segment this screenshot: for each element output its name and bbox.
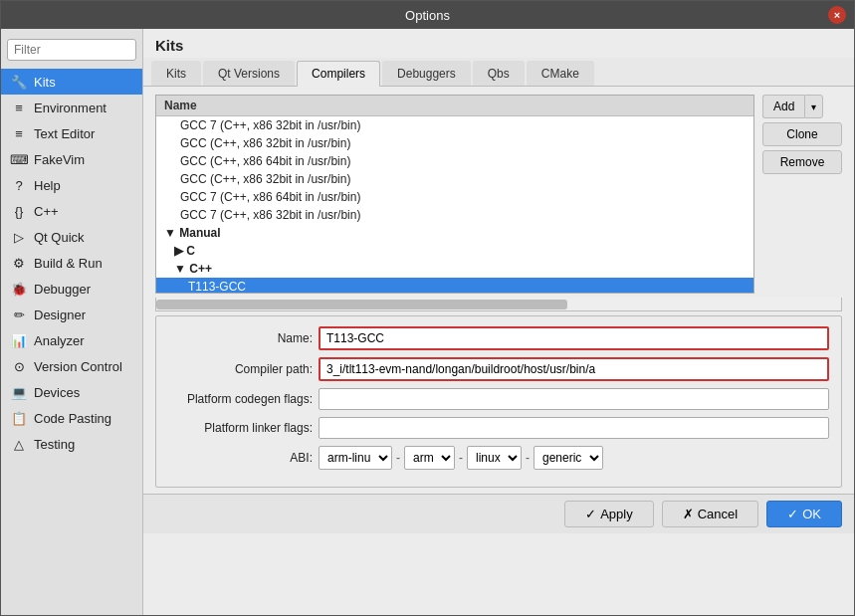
expand-arrow-icon: ▶ bbox=[174, 244, 186, 258]
list-category-manual[interactable]: ▼ Manual bbox=[156, 224, 753, 242]
sidebar-item-fakevim[interactable]: ⌨ FakeVim bbox=[1, 146, 142, 172]
sidebar-label-analyzer: Analyzer bbox=[34, 333, 85, 348]
sidebar-item-analyzer[interactable]: 📊 Analyzer bbox=[1, 327, 142, 353]
sidebar-item-designer[interactable]: ✏ Designer bbox=[1, 302, 142, 327]
sidebar-item-help[interactable]: ? Help bbox=[1, 172, 142, 198]
sidebar-item-environment[interactable]: ≡ Environment bbox=[1, 95, 142, 120]
sidebar-item-version-control[interactable]: ⊙ Version Control bbox=[1, 353, 142, 379]
name-row: Name: bbox=[168, 326, 829, 350]
sidebar-item-testing[interactable]: △ Testing bbox=[1, 431, 142, 457]
list-item[interactable]: GCC 7 (C++, x86 32bit in /usr/bin) bbox=[156, 206, 753, 224]
sidebar-item-build-run[interactable]: ⚙ Build & Run bbox=[1, 250, 142, 276]
tab-compilers[interactable]: Compilers bbox=[297, 61, 380, 87]
fakevim-icon: ⌨ bbox=[11, 151, 27, 167]
list-item[interactable]: GCC (C++, x86 32bit in /usr/bin) bbox=[156, 134, 753, 152]
compiler-list[interactable]: Name GCC 7 (C++, x86 32bit in /usr/bin) … bbox=[155, 95, 754, 294]
sidebar-item-devices[interactable]: 💻 Devices bbox=[1, 379, 142, 405]
filter-input[interactable] bbox=[7, 39, 136, 61]
designer-icon: ✏ bbox=[11, 307, 27, 322]
cpp-icon: {} bbox=[11, 203, 27, 219]
tab-cmake[interactable]: CMake bbox=[527, 61, 594, 86]
list-item[interactable]: GCC 7 (C++, x86 32bit in /usr/bin) bbox=[156, 116, 753, 134]
devices-icon: 💻 bbox=[11, 384, 27, 400]
add-dropdown-arrow[interactable]: ▾ bbox=[804, 95, 823, 118]
list-action-buttons: Add ▾ Clone Remove bbox=[762, 95, 842, 294]
testing-icon: △ bbox=[11, 436, 27, 452]
cancel-label: Cancel bbox=[698, 507, 738, 521]
tab-debuggers[interactable]: Debuggers bbox=[382, 61, 471, 86]
abi-variant-select[interactable]: linux bbox=[467, 446, 522, 470]
sidebar: 🔧 Kits ≡ Environment ≡ Text Editor ⌨ Fak… bbox=[1, 29, 143, 615]
platform-codegen-label: Platform codegen flags: bbox=[168, 392, 313, 406]
help-icon: ? bbox=[11, 177, 27, 193]
abi-separator-2: - bbox=[459, 451, 463, 465]
add-button-wrap: Add ▾ bbox=[762, 95, 842, 118]
list-item[interactable]: GCC 7 (C++, x86 64bit in /usr/bin) bbox=[156, 188, 753, 206]
abi-separator-3: - bbox=[526, 451, 530, 465]
sidebar-item-code-pasting[interactable]: 📋 Code Pasting bbox=[1, 405, 142, 431]
sidebar-label-text-editor: Text Editor bbox=[34, 126, 95, 141]
cancel-icon: ✗ bbox=[683, 507, 694, 521]
list-item[interactable]: GCC (C++, x86 32bit in /usr/bin) bbox=[156, 170, 753, 188]
tab-bar: Kits Qt Versions Compilers Debuggers Qbs… bbox=[143, 58, 854, 87]
cancel-button[interactable]: ✗ Cancel bbox=[662, 501, 758, 527]
abi-word-select[interactable]: generic bbox=[534, 446, 603, 470]
platform-codegen-row: Platform codegen flags: bbox=[168, 388, 829, 410]
platform-linker-input[interactable] bbox=[319, 417, 829, 439]
list-item-t113-gcc[interactable]: T113-GCC bbox=[156, 278, 753, 294]
compiler-path-row: Compiler path: bbox=[168, 357, 829, 381]
sidebar-label-qt-quick: Qt Quick bbox=[34, 230, 85, 245]
sidebar-label-kits: Kits bbox=[34, 75, 56, 90]
abi-os-select[interactable]: arm bbox=[404, 446, 455, 470]
sidebar-label-fakevim: FakeVim bbox=[34, 152, 85, 167]
sidebar-item-qt-quick[interactable]: ▷ Qt Quick bbox=[1, 224, 142, 250]
list-subcategory-c[interactable]: ▶ C bbox=[156, 242, 753, 260]
analyzer-icon: 📊 bbox=[11, 332, 27, 348]
expand-arrow-icon: ▼ bbox=[164, 226, 179, 240]
ok-button[interactable]: ✓ OK bbox=[766, 501, 842, 527]
version-control-icon: ⊙ bbox=[11, 358, 27, 374]
title-bar: Options × bbox=[1, 1, 854, 29]
compiler-path-input[interactable] bbox=[319, 357, 829, 381]
list-subcategory-cpp[interactable]: ▼ C++ bbox=[156, 260, 753, 278]
environment-icon: ≡ bbox=[11, 100, 27, 115]
abi-row: ABI: arm-linu - arm - linux - bbox=[168, 446, 829, 470]
tab-qbs[interactable]: Qbs bbox=[473, 61, 525, 86]
apply-icon: ✓ bbox=[585, 507, 596, 521]
ok-icon: ✓ bbox=[787, 507, 798, 521]
sidebar-label-help: Help bbox=[34, 178, 61, 193]
compiler-details-form: Name: Compiler path: Platform codegen fl… bbox=[155, 315, 842, 488]
dialog-title: Options bbox=[27, 8, 828, 23]
add-button[interactable]: Add bbox=[762, 95, 804, 118]
remove-button[interactable]: Remove bbox=[762, 150, 842, 174]
horizontal-scrollbar[interactable] bbox=[155, 298, 842, 311]
debugger-icon: 🐞 bbox=[11, 281, 27, 297]
tab-kits[interactable]: Kits bbox=[151, 61, 201, 86]
close-button[interactable]: × bbox=[828, 6, 846, 24]
sidebar-item-text-editor[interactable]: ≡ Text Editor bbox=[1, 120, 142, 146]
name-label: Name: bbox=[168, 331, 313, 345]
abi-selects: arm-linu - arm - linux - generic bbox=[319, 446, 829, 470]
content-area: 🔧 Kits ≡ Environment ≡ Text Editor ⌨ Fak… bbox=[1, 29, 854, 615]
name-input[interactable] bbox=[319, 326, 829, 350]
sidebar-label-version-control: Version Control bbox=[34, 359, 122, 374]
bottom-bar: ✓ Apply ✗ Cancel ✓ OK bbox=[143, 494, 854, 533]
sidebar-item-kits[interactable]: 🔧 Kits bbox=[1, 69, 142, 95]
ok-label: OK bbox=[802, 507, 821, 521]
panel-header: Kits bbox=[143, 29, 854, 58]
text-editor-icon: ≡ bbox=[11, 125, 27, 141]
list-item[interactable]: GCC (C++, x86 64bit in /usr/bin) bbox=[156, 152, 753, 170]
apply-button[interactable]: ✓ Apply bbox=[564, 501, 654, 527]
compiler-path-label: Compiler path: bbox=[168, 362, 313, 376]
qt-quick-icon: ▷ bbox=[11, 229, 27, 245]
platform-linker-label: Platform linker flags: bbox=[168, 421, 313, 435]
tab-qt-versions[interactable]: Qt Versions bbox=[203, 61, 295, 86]
platform-codegen-input[interactable] bbox=[319, 388, 829, 410]
clone-button[interactable]: Clone bbox=[762, 122, 842, 146]
sidebar-item-debugger[interactable]: 🐞 Debugger bbox=[1, 276, 142, 302]
options-dialog: Options × 🔧 Kits ≡ Environment ≡ Text Ed… bbox=[0, 0, 855, 616]
sidebar-label-testing: Testing bbox=[34, 437, 75, 452]
abi-arch-select[interactable]: arm-linu bbox=[319, 446, 392, 470]
abi-label: ABI: bbox=[168, 451, 313, 465]
sidebar-item-cpp[interactable]: {} C++ bbox=[1, 198, 142, 224]
